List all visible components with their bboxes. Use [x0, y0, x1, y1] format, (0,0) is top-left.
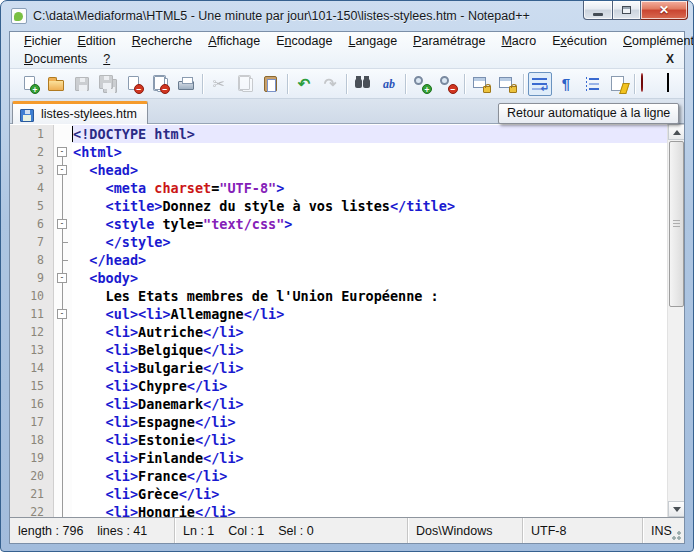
macro-stop-button[interactable] [665, 72, 689, 96]
menu-item-affichage[interactable]: Affichage [200, 33, 268, 49]
editor-area[interactable]: 1<!DOCTYPE html>2-<html>3- <head>4 <meta… [10, 124, 684, 517]
zoom-out-button[interactable]: − [436, 72, 460, 96]
scroll-down-button[interactable] [668, 501, 684, 517]
notepadpp-app-icon [11, 8, 27, 24]
code-text: <style tyle="text/css"> [72, 215, 667, 233]
restore-button[interactable] [613, 1, 641, 20]
show-indent-guide-button[interactable] [580, 72, 604, 96]
sync-vertical-scroll-icon [471, 74, 491, 94]
fold-collapse-marker[interactable]: - [54, 215, 72, 233]
tab-listes-stylees[interactable]: listes-stylees.htm [12, 101, 148, 124]
close-button[interactable]: ✕ [641, 1, 688, 20]
code-text: </style> [72, 233, 667, 251]
fold-collapse-marker[interactable]: - [54, 269, 72, 287]
menu-close-x[interactable]: X [662, 52, 678, 66]
code-text: <li>Danemark</li> [72, 395, 667, 413]
new-file-button[interactable]: + [18, 72, 42, 96]
zoom-out-icon: − [438, 74, 458, 94]
code-text: Les Etats membres de l'Union Européenne … [72, 287, 667, 305]
code-text: <meta charset="UTF-8"> [72, 179, 667, 197]
menu-item-edition[interactable]: Edition [70, 33, 124, 49]
resize-grip[interactable] [669, 528, 682, 541]
close-file-button[interactable]: − [122, 72, 146, 96]
new-file-icon: + [20, 74, 40, 94]
notepadpp-window: C:\data\Mediaforma\HTML5 - Une minute pa… [0, 0, 694, 552]
toolbar-separator [634, 74, 635, 94]
scroll-up-button[interactable] [668, 124, 684, 140]
code-line: 4 <meta charset="UTF-8"> [10, 179, 667, 197]
text-caret [72, 126, 73, 142]
show-all-characters-button[interactable]: ¶ [554, 72, 578, 96]
menu-item-macro[interactable]: Macro [493, 33, 544, 49]
save-file-icon [72, 74, 92, 94]
title-bar[interactable]: C:\data\Mediaforma\HTML5 - Une minute pa… [1, 1, 693, 31]
code-line: 1<!DOCTYPE html> [10, 125, 667, 143]
code-line: 20 <li>France</li> [10, 467, 667, 485]
fold-minus-icon: - [57, 165, 67, 175]
code-line: 21 <li>Grèce</li> [10, 485, 667, 503]
fold-collapse-marker[interactable]: - [54, 161, 72, 179]
arrow-down-icon [673, 507, 681, 512]
paste-button[interactable] [259, 72, 283, 96]
menu-item-compl-ments[interactable]: Compléments [615, 33, 694, 49]
code-line: 10 Les Etats membres de l'Union Européen… [10, 287, 667, 305]
minimize-button[interactable] [583, 1, 613, 20]
menu-item-recherche[interactable]: Recherche [124, 33, 200, 49]
saved-file-icon [20, 109, 34, 122]
toolbar-separator [202, 74, 203, 94]
sync-horizontal-scroll-button[interactable] [495, 72, 519, 96]
find-button[interactable] [351, 72, 375, 96]
cut-button: ✂ [207, 72, 231, 96]
copy-icon [235, 74, 255, 94]
undo-button[interactable]: ↶ [292, 72, 316, 96]
menu-item-ex-cution[interactable]: Exécution [544, 33, 615, 49]
close-icon: ✕ [659, 3, 669, 17]
zoom-in-button[interactable]: + [410, 72, 434, 96]
menu-item-encodage[interactable]: Encodage [268, 33, 340, 49]
replace-icon: ab [379, 74, 399, 94]
sync-vertical-scroll-button[interactable] [469, 72, 493, 96]
scrollbar-thumb[interactable] [669, 141, 684, 307]
line-number: 2 [10, 143, 54, 161]
menu-item-param-trage[interactable]: Paramétrage [405, 33, 493, 49]
close-all-files-button[interactable]: − [148, 72, 172, 96]
line-number: 10 [10, 287, 54, 305]
replace-button[interactable]: ab [377, 72, 401, 96]
code-text: <li>Grèce</li> [72, 485, 667, 503]
fold-collapse-marker[interactable]: - [54, 143, 72, 161]
menu-bar: FichierEditionRechercheAffichageEncodage… [10, 32, 684, 69]
code-text: <ul><li>Allemagne</li> [72, 305, 667, 323]
user-defined-language-button[interactable] [606, 72, 630, 96]
code-line: 8 </head> [10, 251, 667, 269]
copy-button [233, 72, 257, 96]
line-number: 22 [10, 503, 54, 517]
line-number: 8 [10, 251, 54, 269]
menu-item-fichier[interactable]: Fichier [16, 33, 70, 49]
open-file-icon [46, 74, 66, 94]
status-eol-format[interactable]: Dos\Windows [408, 518, 523, 543]
fold-minus-icon: - [57, 147, 67, 157]
line-number: 5 [10, 197, 54, 215]
code-text: <li>Finlande</li> [72, 449, 667, 467]
print-button[interactable] [174, 72, 198, 96]
sync-horizontal-scroll-icon [497, 74, 517, 94]
word-wrap-button[interactable] [528, 72, 552, 96]
fold-collapse-marker[interactable]: - [54, 305, 72, 323]
code-line: 7 </style> [10, 233, 667, 251]
macro-record-button[interactable] [639, 72, 663, 96]
line-number: 18 [10, 431, 54, 449]
line-number: 9 [10, 269, 54, 287]
line-number: 19 [10, 449, 54, 467]
code-text: <body> [72, 269, 667, 287]
menu-item-langage[interactable]: Langage [340, 33, 405, 49]
word-wrap-icon [530, 74, 550, 94]
status-encoding[interactable]: UTF-8 [523, 518, 643, 543]
fold-margin [54, 413, 72, 431]
vertical-scrollbar[interactable] [667, 124, 684, 517]
user-defined-language-icon [608, 74, 628, 94]
fold-margin [54, 395, 72, 413]
open-file-button[interactable] [44, 72, 68, 96]
menu-item-documents[interactable]: Documents [16, 51, 95, 67]
line-number: 11 [10, 305, 54, 323]
menu-item-?[interactable]: ? [95, 51, 118, 67]
